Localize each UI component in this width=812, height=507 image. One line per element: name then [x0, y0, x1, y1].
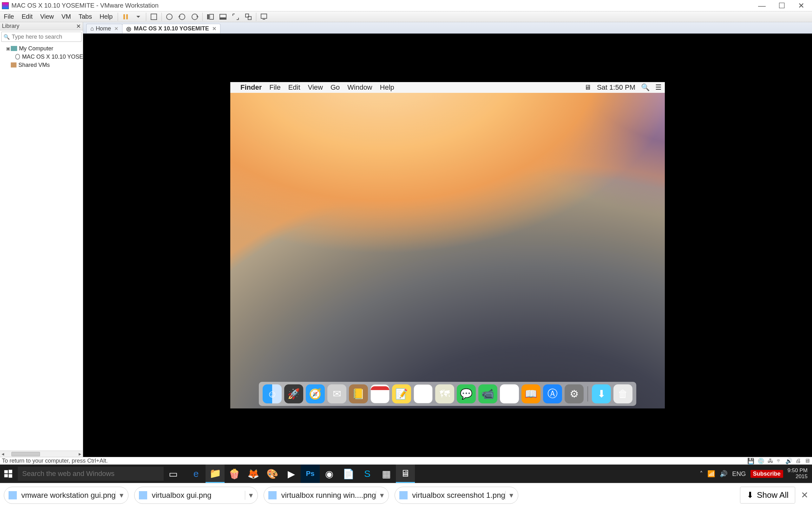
library-close-button[interactable]: ✕	[76, 23, 81, 30]
dock-app-store[interactable]: Ⓐ	[543, 384, 562, 403]
tab-close-icon[interactable]: ✕	[114, 26, 118, 32]
taskbar-explorer[interactable]: 📁	[206, 464, 224, 483]
dock-system-preferences[interactable]: ⚙	[565, 384, 583, 403]
revert-snapshot-button[interactable]	[177, 12, 187, 21]
dock-calendar[interactable]: 17	[370, 384, 390, 403]
menu-view[interactable]: View	[37, 13, 58, 20]
snapshot-button[interactable]	[165, 12, 174, 21]
youtube-subscribe-overlay[interactable]: Subscribe	[751, 470, 783, 478]
taskbar-media[interactable]: ▶	[282, 464, 301, 483]
taskbar-paint[interactable]: 🎨	[263, 464, 282, 483]
taskbar-vmware[interactable]: 🖥	[396, 464, 415, 483]
library-search[interactable]: 🔍 ▾	[1, 32, 82, 42]
scroll-left-icon[interactable]: ◂	[0, 451, 6, 457]
tray-volume-icon[interactable]: 🔊	[720, 470, 728, 477]
macos-menu-go[interactable]: Go	[327, 83, 344, 92]
task-view-button[interactable]: ▭	[164, 464, 183, 483]
dock-ibooks[interactable]: 📖	[521, 384, 541, 403]
display-menu-icon[interactable]: 🖥	[584, 83, 591, 92]
tab-close-icon[interactable]: ✕	[212, 26, 216, 32]
menu-tabs[interactable]: Tabs	[75, 13, 96, 20]
library-h-scrollbar[interactable]: ◂ ▸	[0, 451, 83, 457]
library-search-input[interactable]	[12, 34, 85, 40]
fullscreen-button[interactable]	[231, 12, 240, 21]
taskbar-firefox[interactable]: 🦊	[244, 464, 263, 483]
lib-item-vm[interactable]: MAC OS X 10.10 YOSEMITE	[6, 53, 83, 61]
thumbnail-bar-button[interactable]	[218, 12, 227, 21]
cd-icon[interactable]: 💿	[757, 458, 764, 464]
macos-app-menu[interactable]: Finder	[237, 83, 265, 92]
download-options-icon[interactable]: ▾	[376, 491, 384, 500]
tab-home[interactable]: ⌂ Home ✕	[86, 24, 122, 33]
guest-display-area[interactable]: Finder File Edit View Go Window Help 🖥 S…	[83, 34, 812, 457]
menu-vm[interactable]: VM	[58, 13, 75, 20]
download-item[interactable]: virtualbox gui.png ▾	[134, 487, 258, 504]
send-ctrl-alt-del-button[interactable]	[149, 12, 158, 21]
taskbar-unknown-1[interactable]: ▦	[377, 464, 396, 483]
download-item[interactable]: virtualbox running win....png ▾	[264, 487, 389, 504]
vm-power-pause-button[interactable]	[121, 12, 130, 21]
dock-launchpad[interactable]: 🚀	[284, 384, 303, 403]
notification-center-icon[interactable]: ☰	[655, 83, 662, 92]
macos-menu-view[interactable]: View	[304, 83, 327, 92]
macos-desktop[interactable]: Finder File Edit View Go Window Help 🖥 S…	[230, 82, 665, 408]
tray-language-icon[interactable]: ENG	[732, 470, 746, 477]
vm-power-dropdown[interactable]	[134, 12, 143, 21]
tab-vm[interactable]: ◎ MAC OS X 10.10 YOSEMITE ✕	[122, 24, 220, 33]
network-icon[interactable]: 🖧	[768, 458, 773, 464]
spotlight-icon[interactable]: 🔍	[641, 83, 650, 92]
dock-trash[interactable]: 🗑	[613, 384, 632, 403]
manage-snapshots-button[interactable]	[190, 12, 199, 21]
menu-edit[interactable]: Edit	[18, 13, 36, 20]
window-maximize-button[interactable]: ☐	[778, 1, 785, 10]
console-view-button[interactable]	[259, 12, 268, 21]
tray-chevron-up-icon[interactable]: ˄	[700, 470, 703, 477]
show-all-downloads-button[interactable]: ⬇ Show All	[740, 487, 795, 504]
dock-maps[interactable]: 🗺	[435, 384, 454, 403]
hdd-icon[interactable]: 💾	[747, 458, 754, 464]
macos-menu-edit[interactable]: Edit	[285, 83, 304, 92]
dock-contacts[interactable]: 📒	[349, 384, 368, 403]
taskbar-clock[interactable]: 9:50 PM 2015	[788, 468, 808, 480]
taskbar-movies[interactable]: 🍿	[224, 464, 244, 483]
dock-messages[interactable]: 💬	[457, 384, 476, 403]
dock-reminders[interactable]: ☑	[414, 384, 433, 403]
taskbar-skype[interactable]: S	[358, 464, 377, 483]
menu-help[interactable]: Help	[96, 13, 116, 20]
taskbar-chrome[interactable]: ◉	[320, 464, 339, 483]
taskbar-photoshop[interactable]: Ps	[301, 464, 320, 483]
windows-search-input[interactable]	[22, 469, 159, 478]
unity-button[interactable]	[244, 12, 253, 21]
download-item[interactable]: virtualbox screenshot 1.png ▾	[395, 487, 518, 504]
dock-itunes[interactable]: ♫	[500, 384, 519, 403]
tray-wifi-icon[interactable]: 📶	[707, 470, 715, 477]
menu-file[interactable]: File	[0, 13, 18, 20]
window-close-button[interactable]: ✕	[798, 1, 804, 10]
dock-downloads[interactable]: ⬇	[592, 384, 611, 403]
windows-search-box[interactable]	[18, 467, 164, 481]
download-options-icon[interactable]: ▾	[115, 491, 124, 500]
display-icon[interactable]: 🖥	[804, 458, 810, 464]
macos-menu-help[interactable]: Help	[376, 83, 398, 92]
download-options-icon[interactable]: ▾	[505, 491, 513, 500]
taskbar-edge[interactable]: e	[187, 464, 206, 483]
sound-icon[interactable]: 🔊	[785, 458, 792, 464]
scrollbar-thumb[interactable]	[11, 452, 40, 456]
lib-item-shared[interactable]: Shared VMs	[6, 61, 83, 69]
scroll-right-icon[interactable]: ▸	[77, 451, 83, 457]
start-button[interactable]	[0, 464, 16, 483]
dock-safari[interactable]: 🧭	[306, 384, 325, 403]
dock-notes[interactable]: 📝	[392, 384, 411, 403]
macos-clock[interactable]: Sat 1:50 PM	[597, 83, 635, 92]
taskbar-notepad[interactable]: 📄	[339, 464, 358, 483]
expand-icon[interactable]: ▣	[6, 46, 10, 51]
window-minimize-button[interactable]: —	[758, 1, 766, 10]
dock-finder[interactable]: ☺	[263, 384, 282, 403]
macos-menu-window[interactable]: Window	[344, 83, 376, 92]
download-item[interactable]: vmware workstation gui.png ▾	[4, 487, 129, 504]
macos-menu-file[interactable]: File	[265, 83, 284, 92]
dock-facetime[interactable]: 📹	[478, 384, 497, 403]
show-library-button[interactable]	[206, 12, 215, 21]
download-options-icon[interactable]: ▾	[245, 491, 253, 500]
lib-item-my-computer[interactable]: ▣ My Computer	[6, 44, 83, 53]
